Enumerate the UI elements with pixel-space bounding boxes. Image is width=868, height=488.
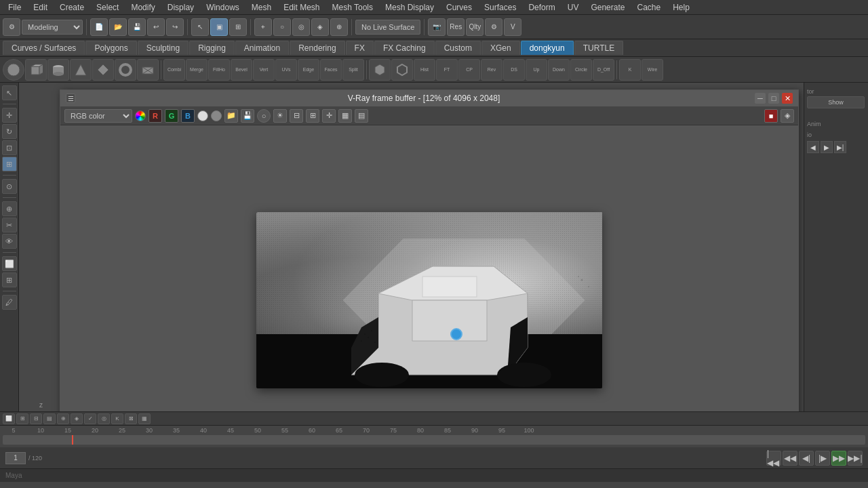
- fb-content[interactable]: [60, 125, 798, 411]
- tab-polygons[interactable]: Polygons: [85, 41, 136, 55]
- tl-btn3[interactable]: ⊟: [30, 413, 42, 424]
- fb-white-point[interactable]: [197, 110, 208, 121]
- tab-turtle[interactable]: TURTLE: [574, 41, 623, 55]
- hex2-btn[interactable]: [391, 59, 413, 81]
- menu-mesh[interactable]: Mesh: [246, 1, 277, 14]
- fillhole-btn[interactable]: FillHo: [208, 59, 230, 81]
- snap-btn[interactable]: ⊕: [330, 18, 348, 36]
- camera-btn[interactable]: 📷: [428, 18, 446, 36]
- fb-info-btn[interactable]: ▤: [355, 109, 368, 123]
- timeline-track[interactable]: 5 10 15 20 25 30 35 40 45 50 55 60 65 70…: [0, 426, 868, 447]
- torus-btn[interactable]: [115, 59, 136, 81]
- ds-btn[interactable]: DS: [503, 59, 525, 81]
- soft-select-btn[interactable]: ⊙: [2, 179, 17, 194]
- tl-btn2[interactable]: ⊞: [16, 413, 28, 424]
- fb-disk-btn[interactable]: 💾: [241, 109, 254, 123]
- menu-cache[interactable]: Cache: [631, 1, 666, 14]
- select-type2[interactable]: ⊞: [229, 18, 247, 36]
- split-btn[interactable]: Split: [342, 59, 364, 81]
- transform-btn[interactable]: ⊞: [2, 157, 17, 171]
- anim-prev-btn[interactable]: ◀: [807, 141, 819, 153]
- skip-start-btn[interactable]: |◀◀: [766, 451, 781, 466]
- fb-region-btn[interactable]: ⊞: [306, 109, 319, 123]
- tab-rigging[interactable]: Rigging: [189, 41, 235, 55]
- tl-btn7[interactable]: ✓: [84, 413, 96, 424]
- vert-btn[interactable]: Vert: [253, 59, 275, 81]
- lasso-btn[interactable]: ⌖: [254, 18, 272, 36]
- skip-end-btn[interactable]: ▶▶|: [848, 451, 863, 466]
- menu-curves[interactable]: Curves: [441, 1, 477, 14]
- tab-fx[interactable]: FX: [346, 41, 374, 55]
- mode-select[interactable]: Modeling: [22, 20, 83, 35]
- plane-btn[interactable]: [137, 59, 159, 81]
- merge-btn[interactable]: Merge: [186, 59, 208, 81]
- hist-btn[interactable]: Hist: [414, 59, 435, 81]
- up-btn[interactable]: Up: [526, 59, 547, 81]
- bevel-btn[interactable]: Bevel: [231, 59, 252, 81]
- show-btn[interactable]: Show: [807, 96, 865, 108]
- tab-xgen[interactable]: XGen: [481, 41, 520, 55]
- fb-titlebar[interactable]: ☰ V-Ray frame buffer - [12% of 4096 x 20…: [60, 90, 798, 106]
- move-btn[interactable]: ✛: [2, 108, 17, 123]
- uvs-btn[interactable]: UVs: [275, 59, 297, 81]
- anim-end-btn[interactable]: ▶|: [834, 141, 846, 153]
- tl-btn1[interactable]: ⬜: [3, 413, 15, 424]
- tab-curves-surfaces[interactable]: Curves / Surfaces: [3, 41, 85, 55]
- menu-edit-mesh[interactable]: Edit Mesh: [278, 1, 325, 14]
- fb-cursor-btn[interactable]: ✛: [322, 109, 336, 123]
- paint-tool-btn[interactable]: 🖊: [2, 295, 17, 310]
- tab-dongkyun[interactable]: dongkyun: [521, 41, 574, 55]
- tl-btn10[interactable]: ⊠: [125, 413, 137, 424]
- menu-generate[interactable]: Generate: [585, 1, 630, 14]
- menu-modify[interactable]: Modify: [125, 1, 160, 14]
- step-back-btn[interactable]: ◀◀: [783, 451, 797, 466]
- viewport[interactable]: 🅜 🅜 🅜 🅜 🅜 🅜 🅜 🅜 🅜 🅜 🅜 🅜 🅜 🅜 🅜 🅜 🅜 🅜 🅜: [19, 83, 804, 411]
- undo-btn[interactable]: ↩: [147, 18, 165, 36]
- menu-uv[interactable]: UV: [562, 1, 585, 14]
- fb-g-channel-btn[interactable]: G: [165, 109, 178, 123]
- fb-stop-btn[interactable]: ■: [764, 109, 778, 123]
- next-frame-btn[interactable]: |▶: [815, 451, 830, 466]
- render-btn[interactable]: ⚙: [485, 18, 502, 36]
- menu-file[interactable]: File: [3, 1, 26, 14]
- fb-folder-btn[interactable]: 📁: [224, 109, 238, 123]
- tl-btn11[interactable]: ▦: [138, 413, 151, 424]
- vray-btn[interactable]: V: [504, 18, 521, 36]
- menu-create[interactable]: Create: [54, 1, 90, 14]
- tab-fx-caching[interactable]: FX Caching: [374, 41, 435, 55]
- menu-select[interactable]: Select: [91, 1, 124, 14]
- ft-btn[interactable]: FT: [436, 59, 458, 81]
- marquee-btn[interactable]: ◎: [292, 18, 310, 36]
- anim-next-btn[interactable]: ▶: [821, 141, 833, 153]
- fb-color-wheel-btn[interactable]: [135, 110, 146, 121]
- fb-b-channel-btn[interactable]: B: [181, 109, 195, 123]
- fb-maximize-btn[interactable]: □: [768, 93, 779, 104]
- tab-rendering[interactable]: Rendering: [290, 41, 344, 55]
- new-btn[interactable]: 📄: [90, 18, 108, 36]
- settings-btn[interactable]: ⚙: [3, 18, 20, 36]
- tl-btn9[interactable]: K: [111, 413, 123, 424]
- show-hide-btn[interactable]: 👁: [2, 234, 17, 249]
- menu-help[interactable]: Help: [667, 1, 695, 14]
- rotate-btn[interactable]: ↻: [2, 124, 17, 139]
- menu-mesh-tools[interactable]: Mesh Tools: [327, 1, 378, 14]
- viewport-btn[interactable]: ⬜: [2, 256, 17, 271]
- tl-btn8[interactable]: ◎: [98, 413, 110, 424]
- edge-btn[interactable]: Edge: [298, 59, 319, 81]
- tab-custom[interactable]: Custom: [435, 41, 481, 55]
- cylinder-btn[interactable]: [47, 59, 69, 81]
- play-fwd-btn[interactable]: ▶▶: [831, 451, 846, 466]
- circle-btn[interactable]: Circle: [570, 59, 592, 81]
- open-btn[interactable]: 📂: [109, 18, 127, 36]
- fb-menu-btn[interactable]: ☰: [66, 94, 75, 103]
- diamond-btn[interactable]: [92, 59, 114, 81]
- wire-btn[interactable]: Wire: [642, 59, 663, 81]
- current-frame-input[interactable]: [5, 452, 26, 464]
- snap-to-btn[interactable]: ⊕: [2, 201, 17, 216]
- four-view-btn[interactable]: ⊞: [2, 272, 17, 287]
- fb-r-channel-btn[interactable]: R: [149, 109, 162, 123]
- faces-btn[interactable]: Faces: [320, 59, 342, 81]
- cube-btn[interactable]: [25, 59, 47, 81]
- hex1-btn[interactable]: [369, 59, 391, 81]
- scale-btn[interactable]: ⊡: [2, 140, 17, 155]
